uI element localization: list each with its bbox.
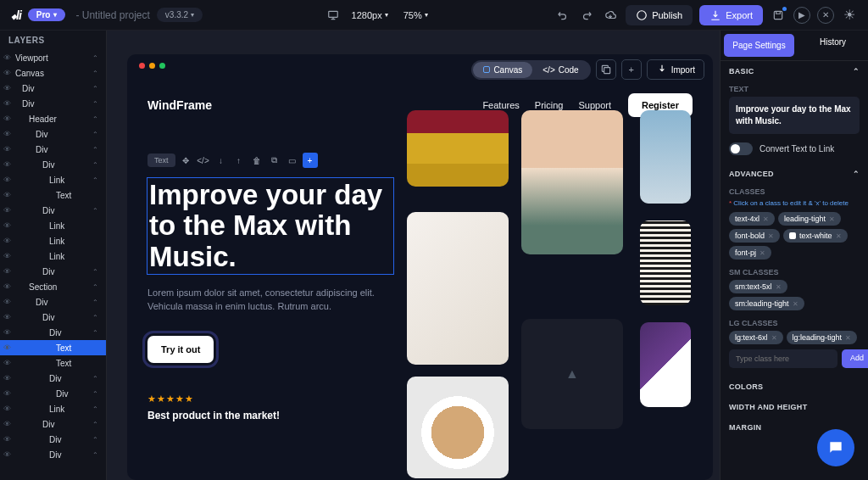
eye-icon[interactable]: 👁 [2, 419, 12, 429]
section-basic[interactable]: BASIC⌃ [721, 61, 868, 81]
chevron-up-icon[interactable]: ⌃ [91, 146, 99, 153]
eye-icon[interactable]: 👁 [2, 144, 12, 154]
remove-icon[interactable]: ✕ [793, 300, 798, 308]
eye-icon[interactable]: 👁 [2, 404, 12, 414]
text-value-box[interactable]: Improve your day to the Max with Music. [729, 97, 860, 134]
eye-icon[interactable]: 👁 [2, 114, 12, 124]
code-tab[interactable]: </>Code [532, 62, 588, 78]
layer-row[interactable]: 👁Div⌃ [0, 203, 106, 218]
eye-icon[interactable]: 👁 [2, 449, 12, 460]
eye-icon[interactable]: 👁 [2, 373, 12, 383]
theme-icon[interactable]: ☀ [841, 7, 858, 24]
redo-icon[interactable] [578, 7, 595, 24]
section-colors[interactable]: COLORS [721, 377, 868, 397]
undo-icon[interactable] [554, 7, 571, 24]
layer-row[interactable]: 👁Div⌃ [0, 325, 106, 340]
eye-icon[interactable]: 👁 [2, 236, 12, 246]
chevron-up-icon[interactable]: ⌃ [91, 436, 99, 444]
nav-link[interactable]: Support [578, 100, 611, 110]
class-tag[interactable]: sm:leading-tight✕ [729, 297, 804, 310]
project-name[interactable]: - Untitled project [75, 9, 149, 21]
hero-title[interactable]: Improve your day to the Max with Music. [147, 178, 393, 274]
layer-row[interactable]: 👁Div⌃ [0, 432, 106, 447]
class-input[interactable] [729, 349, 837, 368]
layer-row[interactable]: 👁Link⌃ [0, 172, 106, 187]
convert-toggle[interactable] [729, 142, 753, 155]
class-tag[interactable]: text-4xl✕ [729, 212, 775, 226]
layer-row[interactable]: 👁Div⌃ [0, 126, 106, 142]
tab-page-settings[interactable]: Page Settings [724, 34, 794, 57]
eye-icon[interactable]: 👁 [2, 327, 12, 338]
layer-row[interactable]: 👁Div⌃ [0, 416, 106, 432]
desktop-icon[interactable] [325, 7, 342, 24]
play-icon[interactable]: ▶ [793, 7, 810, 24]
eye-icon[interactable]: 👁 [2, 312, 12, 322]
eye-icon[interactable]: 👁 [2, 98, 12, 109]
layer-row[interactable]: 👁Link [0, 218, 106, 233]
chevron-up-icon[interactable]: ⌃ [91, 299, 99, 306]
layer-row[interactable]: 👁Div⌃ [0, 447, 106, 462]
layer-row[interactable]: 👁Div⌃ [0, 96, 106, 111]
tab-history[interactable]: History [798, 31, 868, 60]
eye-icon[interactable]: 👁 [2, 190, 12, 200]
eye-icon[interactable]: 👁 [2, 266, 12, 276]
layer-row[interactable]: 👁Text [0, 340, 106, 355]
zoom-selector[interactable]: 75%▾ [398, 8, 433, 23]
chevron-up-icon[interactable]: ⌃ [91, 329, 99, 337]
chevron-up-icon[interactable]: ⌃ [91, 314, 99, 321]
layer-row[interactable]: 👁Div⌃ [0, 142, 106, 157]
add-button[interactable]: Add [842, 349, 868, 368]
layer-row[interactable]: 👁Link [0, 233, 106, 248]
class-tag[interactable]: lg:leading-tight✕ [787, 331, 858, 344]
cta-button[interactable]: Try it out [147, 336, 214, 363]
chevron-up-icon[interactable]: ⌃ [91, 390, 99, 398]
width-selector[interactable]: 1280px▾ [347, 8, 393, 23]
version-selector[interactable]: v3.3.2▾ [157, 8, 203, 22]
copy-elem-icon[interactable]: ⧉ [267, 153, 282, 168]
eye-icon[interactable]: 👁 [2, 83, 12, 93]
chevron-up-icon[interactable]: ⌃ [91, 451, 99, 459]
trash-icon[interactable]: 🗑 [249, 153, 264, 168]
remove-icon[interactable]: ✕ [763, 215, 769, 223]
layer-row[interactable]: 👁Div⌃ [0, 157, 106, 172]
eye-icon[interactable]: 👁 [2, 53, 12, 63]
layer-row[interactable]: 👁Div⌃ [0, 81, 106, 96]
chevron-up-icon[interactable]: ⌃ [91, 207, 99, 215]
eye-icon[interactable]: 👁 [2, 68, 12, 78]
nav-link[interactable]: Features [482, 100, 519, 110]
eye-icon[interactable]: 👁 [2, 220, 12, 231]
remove-icon[interactable]: ✕ [829, 215, 835, 223]
layer-row[interactable]: 👁Div⌃ [0, 371, 106, 386]
class-tag[interactable]: lg:text-6xl✕ [729, 331, 783, 344]
eye-icon[interactable]: 👁 [2, 297, 12, 307]
plan-badge[interactable]: Pro▾ [28, 8, 66, 21]
chevron-up-icon[interactable]: ⌃ [91, 115, 99, 123]
layer-row[interactable]: 👁Div⌃ [0, 386, 106, 401]
arrow-up-icon[interactable]: ↑ [231, 153, 247, 168]
nav-link[interactable]: Pricing [535, 100, 564, 110]
layer-row[interactable]: 👁Viewport⌃ [0, 50, 106, 65]
chevron-up-icon[interactable]: ⌃ [91, 100, 99, 108]
eye-icon[interactable]: 👁 [2, 159, 12, 170]
link-icon[interactable]: ▭ [285, 153, 300, 168]
layer-row[interactable]: 👁Canvas⌃ [0, 65, 106, 81]
class-tag[interactable]: font-pj✕ [729, 246, 771, 260]
cloud-icon[interactable] [602, 7, 619, 24]
eye-icon[interactable]: 👁 [2, 129, 12, 139]
close-icon[interactable]: ✕ [817, 7, 834, 24]
eye-icon[interactable]: 👁 [2, 175, 12, 185]
chevron-up-icon[interactable]: ⌃ [91, 421, 99, 428]
chevron-up-icon[interactable]: ⌃ [91, 70, 99, 77]
arrow-down-icon[interactable]: ↓ [214, 153, 229, 168]
layer-row[interactable]: 👁Header⌃ [0, 111, 106, 126]
layer-row[interactable]: 👁Text [0, 355, 106, 371]
chevron-up-icon[interactable]: ⌃ [91, 268, 99, 276]
copy-icon[interactable] [596, 59, 616, 80]
layer-row[interactable]: 👁Div⌃ [0, 294, 106, 310]
chevron-up-icon[interactable]: ⌃ [91, 283, 99, 291]
class-tag[interactable]: leading-tight✕ [778, 212, 841, 226]
chevron-up-icon[interactable]: ⌃ [91, 176, 99, 184]
eye-icon[interactable]: 👁 [2, 434, 12, 444]
chevron-up-icon[interactable]: ⌃ [91, 161, 99, 169]
chevron-up-icon[interactable]: ⌃ [91, 131, 99, 138]
